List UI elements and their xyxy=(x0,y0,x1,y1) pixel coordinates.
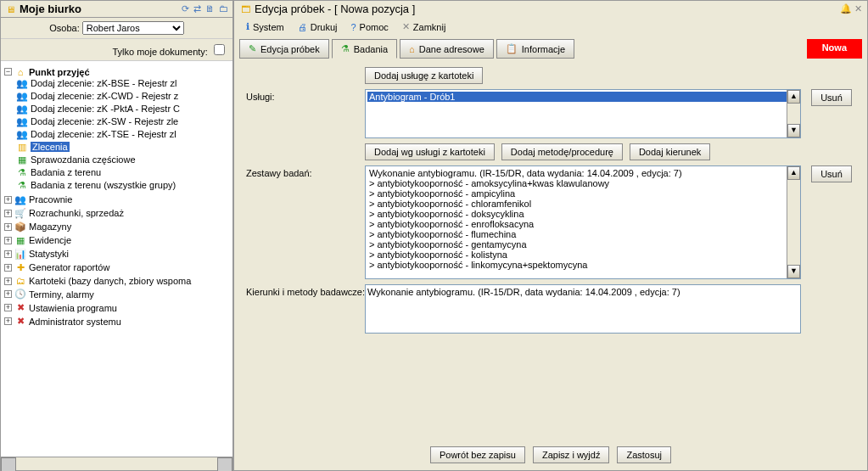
tree-item[interactable]: Dodaj zlecenie: zK-SW - Rejestr zle xyxy=(31,116,178,126)
tree-item[interactable]: Magazyny xyxy=(29,221,71,232)
tab-edycja-probek[interactable]: ✎Edycja próbek xyxy=(239,39,329,59)
list-item[interactable]: > antybiotykooporność - enrofloksacyna xyxy=(367,219,798,229)
tree-item[interactable]: Badania z terenu xyxy=(31,167,101,177)
list-item[interactable]: > antybiotykooporność - ampicylina xyxy=(367,188,798,199)
tree-item[interactable]: Ewidencje xyxy=(29,235,71,245)
pencil-icon: ✎ xyxy=(249,43,256,54)
list-item[interactable]: > antybiotykooporność - amoksycylina+kwa… xyxy=(367,178,798,188)
kierunki-textbox[interactable]: Wykonanie antybiogramu. (IR-15/DR, data … xyxy=(365,284,801,334)
refresh-icon[interactable]: ⟳ xyxy=(182,3,189,14)
list-item[interactable]: > antybiotykooporność - flumechina xyxy=(367,229,798,239)
link-icon[interactable]: ⇄ xyxy=(193,3,201,14)
menu-drukuj[interactable]: 🖨Drukuj xyxy=(293,20,343,34)
order-icon: 👥 xyxy=(16,129,28,140)
filter-label: Tylko moje dokumenty: xyxy=(112,47,208,57)
info-icon: ℹ xyxy=(246,21,249,32)
tree-expander[interactable]: + xyxy=(4,304,12,311)
bell-icon[interactable]: 🔔 xyxy=(840,3,852,14)
nowa-badge: Nowa xyxy=(807,39,862,59)
list-item[interactable]: Wykonanie antybiogramu. (IR-15/DR, data … xyxy=(367,168,798,178)
tree-item[interactable]: Terminy, alarmy xyxy=(29,289,94,300)
close-icon[interactable]: ✕ xyxy=(854,3,862,14)
tree-item[interactable]: Dodaj zlecenie: zK-TSE - Rejestr zl xyxy=(31,129,176,139)
person-row: Osoba: Robert Jaros xyxy=(1,18,232,39)
usun-zestawy-button[interactable]: Usuń xyxy=(811,165,852,182)
dodaj-wg-uslugi-button[interactable]: Dodaj wg usługi z kartoteki xyxy=(365,143,495,160)
dodaj-metode-button[interactable]: Dodaj metodę/procedurę xyxy=(501,143,623,160)
item-icon: ✖ xyxy=(14,302,26,313)
window-icon: 🗔 xyxy=(239,4,251,14)
help-icon: ? xyxy=(350,22,356,32)
scroll-down-icon[interactable]: ▼ xyxy=(787,124,800,137)
tree-expander[interactable]: + xyxy=(4,278,12,285)
person-label: Osoba: xyxy=(49,23,79,33)
scroll-up-icon[interactable]: ▲ xyxy=(787,166,800,180)
tab-bar: ✎Edycja próbek ⚗Badania ⌂Dane adresowe 📋… xyxy=(234,36,867,59)
tree-expander[interactable]: + xyxy=(4,196,12,204)
tree-expander[interactable]: + xyxy=(4,223,12,231)
right-panel: 🗔 Edycja próbek - [ Nowa pozycja ] 🔔 ✕ ℹ… xyxy=(233,0,868,471)
left-panel-titlebar: 🖥 Moje biurko ⟳ ⇄ 🗎 🗀 xyxy=(1,1,232,18)
tree-item[interactable]: Pracownie xyxy=(29,194,72,205)
tree-expander[interactable]: + xyxy=(4,264,12,272)
tree-item[interactable]: Statystyki xyxy=(29,249,69,259)
tree-item[interactable]: Ustawienia programu xyxy=(29,303,117,313)
left-h-scrollbar[interactable] xyxy=(1,457,232,470)
tree-expander[interactable]: + xyxy=(4,210,12,217)
person-select[interactable]: Robert Jaros xyxy=(82,21,184,35)
scroll-down-icon[interactable]: ▼ xyxy=(787,265,800,278)
zastosuj-button[interactable]: Zastosuj xyxy=(617,446,671,463)
item-icon: ✖ xyxy=(14,316,26,327)
tree-item[interactable]: Administrator systemu xyxy=(29,317,121,327)
scroll-up-icon[interactable]: ▲ xyxy=(787,90,800,104)
uslugi-listbox[interactable]: Antybiogram - Drób1 ▲ ▼ xyxy=(365,89,801,138)
list-item[interactable]: > antybiotykooporność - gentamycyna xyxy=(367,239,798,250)
dodaj-kierunek-button[interactable]: Dodaj kierunek xyxy=(630,143,710,160)
tab-informacje[interactable]: 📋Informacje xyxy=(496,39,574,59)
filter-checkbox[interactable] xyxy=(214,44,225,55)
list-item[interactable]: Antybiogram - Drób1 xyxy=(367,92,798,102)
item-icon: ▦ xyxy=(14,235,26,246)
list-icon: ▥ xyxy=(16,142,28,153)
newdoc-icon[interactable]: 🗎 xyxy=(205,3,215,14)
folder-icon[interactable]: 🗀 xyxy=(219,3,228,14)
tree-item[interactable]: Dodaj zlecenie: zK-BSE - Rejestr zl xyxy=(31,78,176,88)
tree-expander[interactable]: + xyxy=(4,290,12,298)
item-icon: 📦 xyxy=(14,221,26,233)
uslugi-scrollbar[interactable]: ▲ ▼ xyxy=(787,90,800,137)
tab-dane-adresowe[interactable]: ⌂Dane adresowe xyxy=(400,39,494,59)
desk-icon: 🖥 xyxy=(4,4,16,14)
tree-item[interactable]: Dodaj zlecenie: zK-CWD - Rejestr z xyxy=(31,91,178,101)
tree-item[interactable]: Kartoteki (bazy danych, zbiory wspoma xyxy=(29,276,191,286)
item-icon: ⚗ xyxy=(16,180,28,191)
tree-item-zlecenia[interactable]: Zlecenia xyxy=(31,142,70,152)
tree-expander[interactable]: + xyxy=(4,250,12,258)
kierunki-label: Kierunki i metody badawcze: xyxy=(246,284,365,297)
menu-zamknij[interactable]: ✕Zamknij xyxy=(397,20,451,34)
tree-root[interactable]: Punkt przyjęć xyxy=(29,67,90,77)
tree-item[interactable]: Sprawozdania częściowe xyxy=(31,154,136,165)
list-item[interactable]: > antybiotykooporność - linkomycyna+spek… xyxy=(367,260,798,270)
order-icon: 👥 xyxy=(16,116,28,127)
list-item[interactable]: > antybiotykooporność - kolistyna xyxy=(367,250,798,260)
tree-item[interactable]: Generator raportów xyxy=(29,262,109,272)
menu-pomoc[interactable]: ?Pomoc xyxy=(345,20,393,34)
tab-badania[interactable]: ⚗Badania xyxy=(332,39,397,59)
tree-item[interactable]: Badania z terenu (wszystkie grupy) xyxy=(31,180,176,190)
powrot-button[interactable]: Powrót bez zapisu xyxy=(430,446,525,463)
tree-item[interactable]: Dodaj zlecenie: zK -PktA - Rejestr C xyxy=(31,104,180,114)
dodaj-usluge-button[interactable]: Dodaj usługę z kartoteki xyxy=(365,67,483,84)
zestawy-scrollbar[interactable]: ▲ ▼ xyxy=(787,166,800,278)
uslugi-label: Usługi: xyxy=(246,89,365,102)
tree-item[interactable]: Rozrachunki, sprzedaż xyxy=(29,208,124,218)
menu-system[interactable]: ℹSystem xyxy=(241,20,289,34)
zestawy-listbox[interactable]: Wykonanie antybiogramu. (IR-15/DR, data … xyxy=(365,165,801,279)
list-item[interactable]: > antybiotykooporność - doksycyklina xyxy=(367,209,798,219)
zapisz-button[interactable]: Zapisz i wyjdź xyxy=(533,446,609,463)
tree-expander[interactable]: + xyxy=(4,317,12,325)
tree-expander[interactable]: − xyxy=(4,68,12,76)
usun-uslugi-button[interactable]: Usuń xyxy=(811,89,852,106)
right-title: Edycja próbek - [ Nowa pozycja ] xyxy=(255,3,840,15)
list-item[interactable]: > antybiotykooporność - chloramfenikol xyxy=(367,199,798,209)
tree-expander[interactable]: + xyxy=(4,237,12,244)
